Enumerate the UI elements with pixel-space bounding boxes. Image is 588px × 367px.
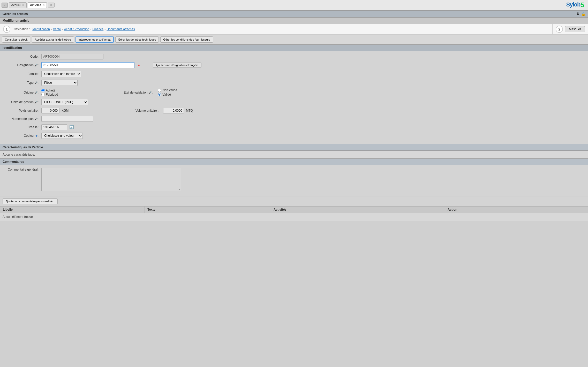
volume-input[interactable] <box>163 108 184 113</box>
commentaires-table: Libellé Texte Activités Action <box>0 206 588 213</box>
origine-achete-radio[interactable] <box>41 89 45 92</box>
origine-micro-icon[interactable]: 🎤 <box>34 91 37 94</box>
numero-plan-input[interactable] <box>41 116 93 122</box>
lock-icon[interactable]: 🔒 <box>581 12 585 16</box>
plan-micro-icon[interactable]: 🎤 <box>34 118 37 120</box>
identification-title: Identification <box>3 46 22 50</box>
nav-masquer-row: 1 Navigation : Identification - Vente - … <box>0 24 588 35</box>
navigation-label: Navigation : <box>13 27 30 31</box>
commentaires-header: Commentaires <box>0 158 588 165</box>
numero-plan-row: Numéro de plan 🎤 : <box>3 116 585 122</box>
nav-vente[interactable]: Vente <box>53 27 61 31</box>
unite-gestion-select[interactable]: PIECE-UNITE (PCE) <box>41 99 88 105</box>
header-icons: ⬇ 🔒 <box>576 12 585 16</box>
col-texte: Texte <box>145 207 271 213</box>
add-designation-button[interactable]: Ajouter une désignation étrangère <box>153 63 201 68</box>
commentaire-general-textarea[interactable] <box>41 168 181 191</box>
etat-non-valide-radio[interactable] <box>158 89 161 92</box>
col-action: Action <box>445 207 588 213</box>
designation-input[interactable] <box>41 62 134 68</box>
designation-micro-icon[interactable]: 🎤 <box>34 64 37 67</box>
origine-fabrique-option[interactable]: Fabriqué <box>41 93 58 96</box>
volume-unit: MTQ <box>186 109 193 112</box>
couleur-select[interactable]: Choisissez une valeur <box>41 133 83 139</box>
nav-finance[interactable]: Finance <box>93 27 104 31</box>
origine-fabrique-radio[interactable] <box>41 93 45 96</box>
masquer-button[interactable]: Masquer <box>565 26 585 32</box>
caracteristiques-no-data: Aucune caractéristique. <box>0 151 588 158</box>
couleur-asterisk-icon[interactable]: ✱ <box>35 134 37 137</box>
etat-valide-radio[interactable] <box>158 93 161 96</box>
gerer-conditions-button[interactable]: Gérer les conditions des fournisseurs <box>160 36 213 43</box>
etat-micro-icon[interactable]: 🎤 <box>148 91 152 94</box>
calendar-icon[interactable]: 🔄 <box>69 125 74 129</box>
nav-achat-production[interactable]: Achat / Production <box>64 27 89 31</box>
add-commentaire-button[interactable]: Ajouter un commentaire personnalisé... <box>3 198 58 204</box>
origine-achete-label: Acheté <box>46 89 55 92</box>
gerer-donnees-button[interactable]: Gérer les données techniques <box>115 36 159 43</box>
code-input[interactable] <box>41 54 103 59</box>
action-bar: Consulter le stock Accéder aux tarifs de… <box>0 35 588 44</box>
origine-etat-row: Origine 🎤 : Acheté Fabriqué Etat de vali… <box>3 88 585 96</box>
origine-label: Origine 🎤 : <box>3 91 39 94</box>
consulter-stock-button[interactable]: Consulter le stock <box>2 36 30 43</box>
close-icon[interactable]: ✕ <box>50 4 52 6</box>
famille-label: Famille : <box>3 72 39 76</box>
etat-validation-label: Etat de validation 🎤 : <box>117 91 153 94</box>
page-title: Gérer les articles <box>3 12 28 16</box>
nav-back-button[interactable]: « <box>2 3 8 8</box>
tab-articles-close[interactable]: ✕ <box>42 4 44 6</box>
add-comment-row: Ajouter un commentaire personnalisé... <box>0 196 588 206</box>
origine-fabrique-label: Fabriqué <box>46 93 58 96</box>
cree-le-label: Créé le : <box>3 125 39 129</box>
tab-close-extra[interactable]: ✕ <box>48 3 55 7</box>
etat-valide-label: Validé <box>162 93 171 96</box>
couleur-label: Couleur ✱ : <box>3 134 39 137</box>
unite-micro-icon[interactable]: 🎤 <box>34 101 37 104</box>
interroger-prix-button[interactable]: Interroger les prix d'achat <box>76 36 114 43</box>
masquer-side: 2 Masquer <box>553 24 588 34</box>
type-label: Type 🎤 : <box>3 81 39 85</box>
acceder-tarifs-button[interactable]: Accéder aux tarifs de l'article <box>32 36 74 43</box>
commentaire-general-label: Commentaire général : <box>3 168 39 171</box>
page-section-header: Gérer les articles ⬇ 🔒 <box>0 10 588 18</box>
type-micro-icon[interactable]: 🎤 <box>34 81 37 84</box>
etat-non-valide-option[interactable]: Non validé <box>158 88 177 92</box>
etat-valide-option[interactable]: Validé <box>158 93 177 96</box>
designation-required: ★ <box>138 63 140 67</box>
modify-article-header: Modifier un article <box>0 18 588 24</box>
poids-input[interactable] <box>41 108 59 113</box>
cree-le-input[interactable] <box>41 124 67 130</box>
col-libelle: Libellé <box>0 207 145 213</box>
col-activites: Activités <box>271 207 445 213</box>
cree-le-row: Créé le : 🔄 <box>3 124 585 130</box>
tab-accueil-close[interactable]: ✕ <box>22 4 24 6</box>
commentaires-title: Commentaires <box>3 160 24 164</box>
volume-label: Volume unitaire : <box>122 109 159 112</box>
famille-select[interactable]: Choisissez une famille <box>41 71 81 77</box>
tab-bar: « Accueil ✕ Articles ✕ ✕ <box>2 2 55 8</box>
commentaires-table-container: Libellé Texte Activités Action Aucun élé… <box>0 206 588 221</box>
code-label: Code : <box>3 55 39 58</box>
unite-gestion-label: Unité de gestion 🎤 : <box>3 100 39 104</box>
nav-identification[interactable]: Identification <box>32 27 50 31</box>
couleur-row: Couleur ✱ : Choisissez une valeur <box>3 133 585 139</box>
poids-label: Poids unitaire : <box>3 109 39 112</box>
nav-badge: 1 <box>3 26 10 33</box>
etat-radios: Non validé Validé <box>158 88 177 96</box>
masquer-badge: 2 <box>556 26 563 33</box>
poids-unit: KGM <box>62 109 69 112</box>
tab-accueil[interactable]: Accueil ✕ <box>9 2 27 8</box>
tab-articles[interactable]: Articles ✕ <box>28 2 47 8</box>
commentaires-form: Commentaire général : <box>0 165 588 196</box>
caracteristiques-title: Caractéristiques de l'article <box>3 146 43 149</box>
nav-documents-attaches[interactable]: Documents attachés <box>107 27 135 31</box>
logo-area: Sylob5 <box>566 1 586 9</box>
type-row: Type 🎤 : Pièce <box>3 80 585 86</box>
logo: Sylob5 <box>566 1 584 8</box>
origine-achete-option[interactable]: Acheté <box>41 89 58 92</box>
type-select[interactable]: Pièce <box>41 80 78 86</box>
top-bar: « Accueil ✕ Articles ✕ ✕ Sylob5 <box>0 0 588 10</box>
commentaire-general-row: Commentaire général : <box>3 168 585 191</box>
download-icon[interactable]: ⬇ <box>576 12 579 16</box>
